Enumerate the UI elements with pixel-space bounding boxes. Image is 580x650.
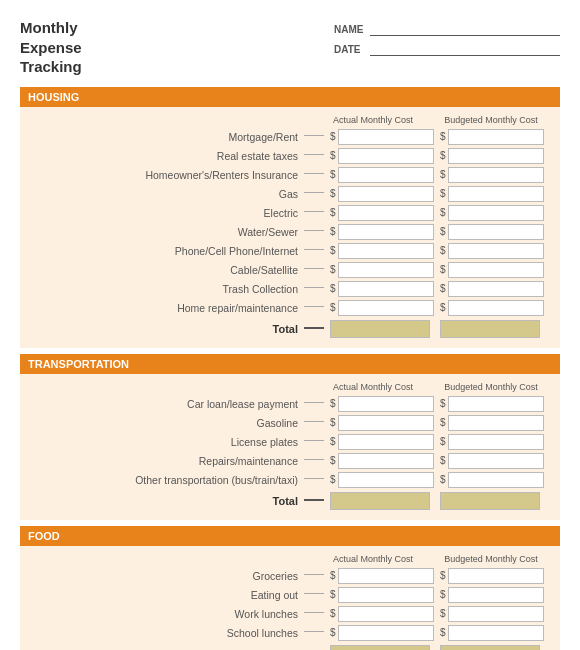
actual-cost-input[interactable]: [338, 167, 434, 183]
expense-row: Homeowner's/Renters Insurance$$: [30, 167, 550, 183]
actual-cost-cell: $: [330, 453, 436, 469]
expense-label: Gas: [30, 188, 304, 200]
budgeted-cost-input[interactable]: [448, 205, 544, 221]
total-actual-input[interactable]: [330, 492, 430, 510]
section-body-transportation: Actual Monthly CostBudgeted Monthly Cost…: [20, 374, 560, 520]
line-spacer: [304, 287, 324, 288]
budgeted-cost-input[interactable]: [448, 396, 544, 412]
dollar-sign: $: [440, 302, 446, 313]
budgeted-cost-input[interactable]: [448, 415, 544, 431]
budgeted-cost-input[interactable]: [448, 453, 544, 469]
actual-cost-input[interactable]: [338, 281, 434, 297]
budgeted-cost-input[interactable]: [448, 434, 544, 450]
dollar-sign: $: [440, 398, 446, 409]
actual-cost-cell: $: [330, 281, 436, 297]
dollar-sign: $: [330, 474, 336, 485]
expense-row: Repairs/maintenance$$: [30, 453, 550, 469]
actual-cost-input[interactable]: [338, 243, 434, 259]
actual-cost-cell: $: [330, 148, 436, 164]
actual-cost-cell: $: [330, 262, 436, 278]
sections-container: HOUSINGActual Monthly CostBudgeted Month…: [20, 87, 560, 651]
actual-cost-cell: $: [330, 568, 436, 584]
expense-row: Other transportation (bus/train/taxi)$$: [30, 472, 550, 488]
expense-label: Homeowner's/Renters Insurance: [30, 169, 304, 181]
dollar-sign: $: [330, 589, 336, 600]
expense-label: Real estate taxes: [30, 150, 304, 162]
expense-label: Cable/Satellite: [30, 264, 304, 276]
budgeted-cost-input[interactable]: [448, 587, 544, 603]
actual-cost-input[interactable]: [338, 415, 434, 431]
dollar-sign: $: [330, 627, 336, 638]
budgeted-cost-input[interactable]: [448, 129, 544, 145]
actual-cost-input[interactable]: [338, 396, 434, 412]
total-actual-cell: [330, 645, 436, 651]
budgeted-cost-input[interactable]: [448, 281, 544, 297]
actual-cost-input[interactable]: [338, 300, 434, 316]
budgeted-cost-input[interactable]: [448, 186, 544, 202]
dollar-sign: $: [440, 169, 446, 180]
section-body-housing: Actual Monthly CostBudgeted Monthly Cost…: [20, 107, 560, 348]
actual-cost-cell: $: [330, 129, 436, 145]
actual-cost-input[interactable]: [338, 148, 434, 164]
actual-cost-input[interactable]: [338, 262, 434, 278]
expense-label: Other transportation (bus/train/taxi): [30, 474, 304, 486]
budgeted-cost-cell: $: [440, 415, 546, 431]
budgeted-cost-input[interactable]: [448, 148, 544, 164]
dollar-sign: $: [330, 226, 336, 237]
actual-cost-input[interactable]: [338, 606, 434, 622]
line-spacer: [304, 459, 324, 460]
total-budgeted-input[interactable]: [440, 645, 540, 651]
budgeted-cost-input[interactable]: [448, 472, 544, 488]
actual-cost-input[interactable]: [338, 186, 434, 202]
col-header-actual: Actual Monthly Cost: [318, 554, 428, 564]
total-actual-input[interactable]: [330, 320, 430, 338]
actual-cost-input[interactable]: [338, 205, 434, 221]
budgeted-cost-input[interactable]: [448, 243, 544, 259]
budgeted-cost-input[interactable]: [448, 224, 544, 240]
actual-cost-cell: $: [330, 205, 436, 221]
budgeted-cost-cell: $: [440, 453, 546, 469]
budgeted-cost-input[interactable]: [448, 167, 544, 183]
total-budgeted-input[interactable]: [440, 492, 540, 510]
budgeted-cost-cell: $: [440, 224, 546, 240]
actual-cost-input[interactable]: [338, 434, 434, 450]
actual-cost-cell: $: [330, 472, 436, 488]
title-block: Monthly Expense Tracking: [20, 18, 82, 77]
budgeted-cost-input[interactable]: [448, 262, 544, 278]
app-title: Monthly Expense Tracking: [20, 18, 82, 77]
dollar-sign: $: [440, 455, 446, 466]
total-label: Total: [30, 495, 304, 507]
expense-label: Home repair/maintenance: [30, 302, 304, 314]
budgeted-cost-input[interactable]: [448, 300, 544, 316]
col-header-budgeted: Budgeted Monthly Cost: [436, 382, 546, 392]
budgeted-cost-cell: $: [440, 587, 546, 603]
actual-cost-input[interactable]: [338, 625, 434, 641]
actual-cost-input[interactable]: [338, 587, 434, 603]
expense-row: Eating out$$: [30, 587, 550, 603]
expense-row: Water/Sewer$$: [30, 224, 550, 240]
actual-cost-input[interactable]: [338, 472, 434, 488]
dollar-sign: $: [440, 131, 446, 142]
total-actual-input[interactable]: [330, 645, 430, 651]
actual-cost-input[interactable]: [338, 224, 434, 240]
total-row: Total: [30, 645, 550, 651]
actual-cost-input[interactable]: [338, 129, 434, 145]
budgeted-cost-input[interactable]: [448, 625, 544, 641]
actual-cost-input[interactable]: [338, 568, 434, 584]
col-headers-transportation: Actual Monthly CostBudgeted Monthly Cost: [30, 382, 550, 392]
budgeted-cost-cell: $: [440, 167, 546, 183]
actual-cost-input[interactable]: [338, 453, 434, 469]
budgeted-cost-input[interactable]: [448, 606, 544, 622]
date-row: DATE: [334, 42, 560, 56]
col-header-actual: Actual Monthly Cost: [318, 382, 428, 392]
dollar-sign: $: [440, 207, 446, 218]
total-budgeted-input[interactable]: [440, 320, 540, 338]
section-body-food: Actual Monthly CostBudgeted Monthly Cost…: [20, 546, 560, 651]
budgeted-cost-cell: $: [440, 262, 546, 278]
budgeted-cost-cell: $: [440, 434, 546, 450]
budgeted-cost-input[interactable]: [448, 568, 544, 584]
dollar-sign: $: [440, 570, 446, 581]
total-line: [304, 327, 324, 329]
col-headers-food: Actual Monthly CostBudgeted Monthly Cost: [30, 554, 550, 564]
dollar-sign: $: [330, 455, 336, 466]
